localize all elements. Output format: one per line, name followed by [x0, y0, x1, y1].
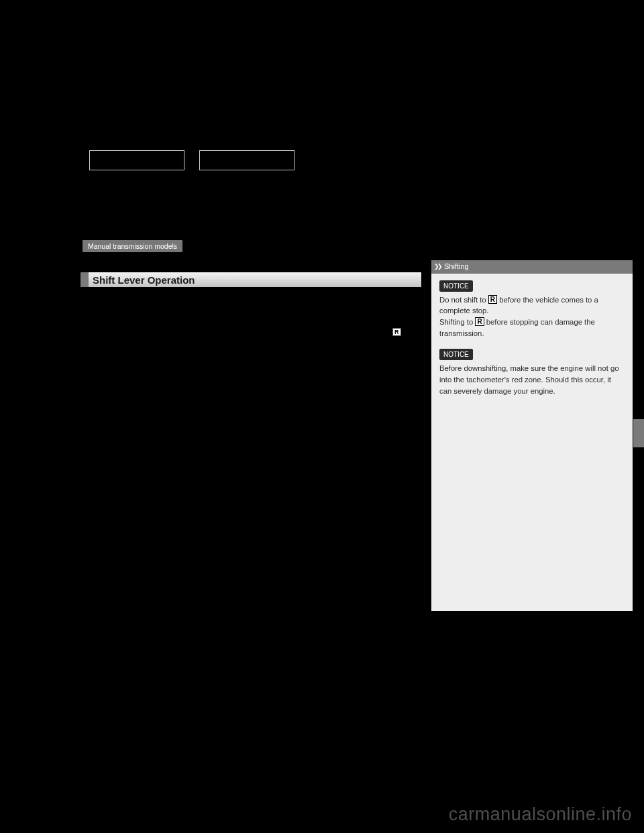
section-heading: Shift Lever Operation: [80, 272, 421, 287]
info-sidebar: ❯❯ Shifting NOTICE Do not shift to R bef…: [431, 260, 633, 611]
reverse-gear-icon: R: [392, 328, 401, 336]
outline-button-2[interactable]: [199, 150, 294, 170]
notice-badge: NOTICE: [439, 280, 473, 292]
sidebar-header: ❯❯ Shifting: [431, 260, 633, 274]
reverse-gear-icon: R: [475, 317, 484, 326]
watermark-text: carmanualsonline.info: [449, 804, 632, 825]
chevron-right-icon: ❯❯: [434, 262, 441, 272]
notice-text-1: Do not shift to R before the vehicle com…: [439, 294, 625, 317]
notice-badge: NOTICE: [439, 349, 473, 360]
manual-page: ▶▶ Continued ▶ Manual transmission model…: [40, 0, 604, 738]
continued-label: Continued: [516, 215, 555, 225]
reverse-gear-icon: R: [488, 295, 497, 304]
play-icon: ▶: [585, 217, 590, 224]
page-edge-tab: [633, 419, 644, 447]
outline-button-1[interactable]: [89, 150, 184, 170]
button-row: [89, 150, 294, 170]
notice-block-1: NOTICE Do not shift to R before the vehi…: [439, 280, 625, 340]
notice-block-2: NOTICE Before downshifting, make sure th…: [439, 349, 625, 397]
sidebar-body: NOTICE Do not shift to R before the vehi…: [431, 274, 633, 414]
continued-indicator: ▶▶ Continued ▶: [502, 215, 590, 225]
fast-forward-icon: ▶▶: [502, 217, 513, 224]
notice-text-2: Shifting to R before stopping can damage…: [439, 317, 625, 339]
sidebar-title: Shifting: [444, 261, 469, 272]
model-tag: Manual transmission models: [83, 240, 182, 252]
notice-text-3: Before downshifting, make sure the engin…: [439, 363, 625, 397]
